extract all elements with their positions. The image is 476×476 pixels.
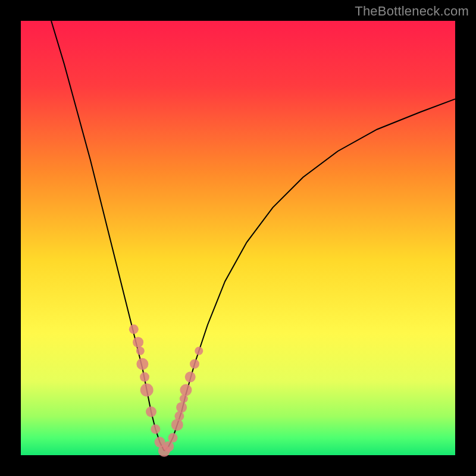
sample-point	[190, 359, 199, 369]
watermark-text: TheBottleneck.com	[355, 4, 469, 19]
sample-point	[136, 347, 145, 355]
sample-point	[146, 406, 156, 417]
sample-point	[129, 324, 139, 334]
sample-point	[185, 372, 196, 383]
sample-points-group	[129, 324, 203, 456]
sample-point	[133, 337, 143, 347]
sample-point	[168, 433, 178, 443]
outer-frame: TheBottleneck.com	[0, 0, 476, 476]
sample-point	[171, 419, 183, 431]
sample-point	[140, 384, 154, 397]
sample-point	[163, 441, 174, 452]
plot-area	[21, 21, 455, 455]
sample-point	[140, 372, 149, 382]
sample-point	[151, 424, 160, 434]
curve-right-branch	[164, 99, 455, 450]
sample-point	[195, 347, 203, 355]
sample-point	[180, 384, 192, 396]
chart-svg	[21, 21, 455, 455]
sample-point	[136, 358, 148, 370]
sample-point	[176, 402, 187, 413]
sample-point	[174, 411, 184, 421]
